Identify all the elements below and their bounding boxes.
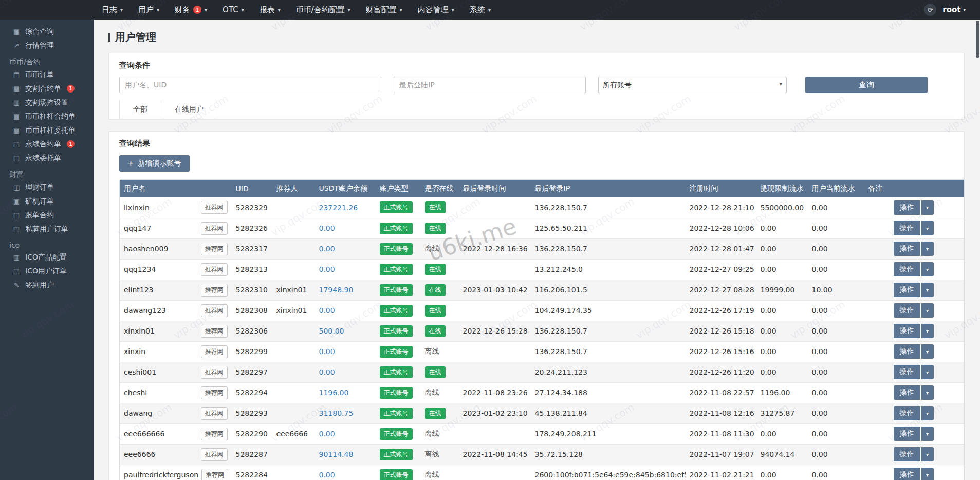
action-dropdown-button[interactable]: ▾ [921, 262, 934, 276]
account-type-badge: 正式账号 [380, 223, 413, 234]
last-login-ip-input[interactable] [394, 77, 586, 93]
action-dropdown-button[interactable]: ▾ [921, 427, 934, 441]
referral-badge-button[interactable]: 推荐网 [201, 304, 228, 317]
nav-item-users[interactable]: 用户▾ [131, 0, 167, 20]
filter-tab-all[interactable]: 全部 [119, 100, 161, 119]
action-dropdown-button[interactable]: ▾ [921, 324, 934, 338]
sidebar-item-private-fund-orders[interactable]: ▤私募用户订单 [0, 222, 94, 236]
action-dropdown-button[interactable]: ▾ [921, 283, 934, 297]
action-button[interactable]: 操作 [894, 262, 920, 276]
referral-badge-button[interactable]: 推荐网 [201, 243, 228, 255]
nav-item-content-management[interactable]: 内容管理▾ [410, 0, 462, 20]
referral-badge-button[interactable]: 推荐网 [201, 469, 228, 480]
sidebar-item-leverage-contract-orders[interactable]: ▤币币杠杆合约单 [0, 109, 94, 123]
nav-item-wealth-config[interactable]: 财富配置▾ [358, 0, 410, 20]
referral-badge-button[interactable]: 推荐网 [201, 201, 228, 214]
action-button[interactable]: 操作 [894, 344, 920, 359]
nav-item-reports[interactable]: 报表▾ [252, 0, 288, 20]
action-dropdown-button[interactable]: ▾ [921, 200, 934, 215]
referral-badge-button[interactable]: 推荐网 [201, 448, 228, 461]
referral-badge-button[interactable]: 推荐网 [201, 345, 228, 358]
column-header: 账户类型 [376, 180, 421, 198]
withdraw-limit-flow: 1196.00 [756, 382, 808, 403]
sidebar-item-coin-orders[interactable]: ▤币币订单 [0, 68, 94, 82]
refresh-button[interactable]: ⟳ [924, 4, 936, 16]
nav-item-logs[interactable]: 日志▾ [94, 0, 131, 20]
action-button[interactable]: 操作 [894, 447, 920, 461]
account-type-select[interactable]: 所有账号 [598, 77, 787, 93]
scrollbar-thumb[interactable] [976, 21, 979, 58]
action-dropdown-button[interactable]: ▾ [921, 344, 934, 359]
filter-tab-online[interactable]: 在线用户 [161, 100, 217, 119]
sidebar-item-miner-orders[interactable]: ▣矿机订单 [0, 194, 94, 208]
referral-badge-button[interactable]: 推荐网 [201, 222, 228, 235]
action-dropdown-button[interactable]: ▾ [921, 303, 934, 318]
uid: 5282326 [232, 218, 272, 238]
current-flow: 0.00 [808, 218, 864, 238]
usdt-balance-link[interactable]: 31180.75 [319, 409, 354, 417]
add-demo-account-button[interactable]: + 新增演示账号 [119, 155, 190, 172]
sidebar-item-ico-product-config[interactable]: ▥ICO产品配置 [0, 250, 94, 264]
action-button[interactable]: 操作 [894, 406, 920, 420]
referral-badge-button[interactable]: 推荐网 [201, 263, 228, 276]
action-button[interactable]: 操作 [894, 221, 920, 235]
action-button[interactable]: 操作 [894, 200, 920, 215]
action-dropdown-button[interactable]: ▾ [921, 406, 934, 420]
usdt-balance-link[interactable]: 0.00 [319, 471, 335, 479]
referral-badge-button[interactable]: 推荐网 [201, 386, 228, 399]
action-button[interactable]: 操作 [894, 468, 920, 480]
action-dropdown-button[interactable]: ▾ [921, 385, 934, 400]
usdt-balance-link[interactable]: 0.00 [319, 430, 335, 438]
usdt-balance-link[interactable]: 0.00 [319, 224, 335, 232]
nav-item-system[interactable]: 系统▾ [462, 0, 498, 20]
nav-item-coin-contract-config[interactable]: 币币/合约配置▾ [288, 0, 358, 20]
usdt-balance-link[interactable]: 237221.26 [319, 204, 358, 212]
table-row: haoshen009 推荐网 5282317 0.00 正式账号 离线 2022… [120, 238, 965, 259]
action-dropdown-button[interactable]: ▾ [921, 221, 934, 235]
account-type-badge: 正式账号 [380, 284, 413, 296]
usdt-balance-link[interactable]: 17948.90 [319, 286, 354, 294]
action-dropdown-button[interactable]: ▾ [921, 365, 934, 379]
usdt-balance-link[interactable]: 500.00 [319, 327, 344, 335]
sidebar-item-ico-user-orders[interactable]: ▤ICO用户订单 [0, 264, 94, 278]
referral-badge-button[interactable]: 推荐网 [201, 428, 228, 440]
sidebar-item-checkin-users[interactable]: ✎签到用户 [0, 278, 94, 292]
action-button[interactable]: 操作 [894, 385, 920, 400]
usdt-balance-link[interactable]: 0.00 [319, 347, 335, 356]
usdt-balance-link[interactable]: 0.00 [319, 368, 335, 376]
referral-badge-button[interactable]: 推荐网 [201, 284, 228, 297]
sidebar-item-delivery-contract-orders[interactable]: ▤交割合约单1 [0, 82, 94, 96]
action-button[interactable]: 操作 [894, 365, 920, 379]
sidebar-item-finance-orders[interactable]: ◫理财订单 [0, 180, 94, 194]
usdt-balance-link[interactable]: 90114.48 [319, 450, 354, 458]
sidebar-item-perpetual-contract-orders[interactable]: ▤永续合约单1 [0, 137, 94, 151]
action-dropdown-button[interactable]: ▾ [921, 468, 934, 480]
action-button[interactable]: 操作 [894, 427, 920, 441]
referral-badge-button[interactable]: 推荐网 [201, 325, 228, 338]
usdt-balance-link[interactable]: 0.00 [319, 265, 335, 273]
action-button[interactable]: 操作 [894, 324, 920, 338]
action-dropdown-button[interactable]: ▾ [921, 447, 934, 461]
action-button[interactable]: 操作 [894, 283, 920, 297]
sidebar-item-overview-query[interactable]: ▦综合查询 [0, 25, 94, 39]
nav-item-otc[interactable]: OTC▾ [215, 0, 252, 20]
sidebar-item-perpetual-entrust-orders[interactable]: ▤永续委托单 [0, 151, 94, 165]
username: haoshen009 [124, 245, 168, 253]
sidebar-item-market-management[interactable]: ↗行情管理 [0, 39, 94, 52]
referral-badge-button[interactable]: 推荐网 [201, 366, 228, 379]
action-button[interactable]: 操作 [894, 303, 920, 318]
nav-item-finance[interactable]: 财务1▾ [167, 0, 215, 20]
action-button[interactable]: 操作 [894, 242, 920, 256]
usdt-balance-link[interactable]: 0.00 [319, 306, 335, 315]
sidebar-item-copy-trade-contract[interactable]: ▤跟单合约 [0, 208, 94, 222]
usdt-balance-link[interactable]: 0.00 [319, 245, 335, 253]
sidebar-item-delivery-control-settings[interactable]: ▥交割场控设置 [0, 96, 94, 109]
last-login-ip: 35.72.15.128 [531, 444, 686, 465]
user-menu[interactable]: root ▾ [942, 5, 966, 14]
usdt-balance-link[interactable]: 1196.00 [319, 389, 349, 397]
search-button[interactable]: 查询 [805, 77, 928, 93]
username-input[interactable] [119, 77, 381, 93]
action-dropdown-button[interactable]: ▾ [921, 242, 934, 256]
sidebar-item-leverage-entrust-orders[interactable]: ▤币币杠杆委托单 [0, 123, 94, 137]
referral-badge-button[interactable]: 推荐网 [201, 407, 228, 420]
